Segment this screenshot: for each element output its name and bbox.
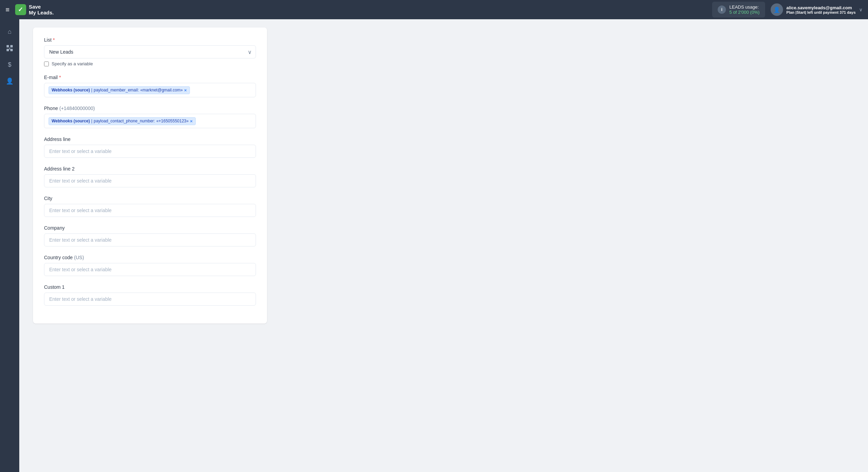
leads-usage-label: LEADS usage: [729, 4, 760, 10]
custom1-field-label: Custom 1 [44, 284, 256, 290]
svg-rect-0 [7, 45, 9, 47]
user-email: alice.savemyleads@gmail.com [786, 5, 856, 10]
hamburger-menu[interactable]: ≡ [6, 6, 10, 14]
country-code-input[interactable] [44, 263, 256, 276]
address-line-1-group: Address line [44, 136, 256, 158]
sidebar-item-home[interactable]: ⌂ [3, 25, 17, 39]
svg-rect-4 [7, 49, 9, 51]
phone-hint: (+14840000000) [59, 106, 95, 111]
leads-usage-widget: i LEADS usage: 5 of 2'000 (0%) [712, 2, 765, 18]
specify-variable-checkbox[interactable] [44, 62, 49, 66]
phone-token: Webhooks (source) | payload_contact_phon… [49, 117, 196, 125]
company-input[interactable] [44, 233, 256, 246]
country-code-hint: (US) [74, 255, 84, 260]
content-area: List * New Leads Existing Leads Hot Lead… [19, 19, 758, 472]
brand-logo: ✓ Save My Leads. [15, 4, 54, 15]
checkmark-icon: ✓ [18, 6, 23, 13]
email-token-field[interactable]: Webhooks (source) | payload_member_email… [44, 83, 256, 97]
specify-variable-row: Specify as a variable [44, 61, 256, 66]
right-panel [758, 19, 868, 472]
address-line-1-label: Address line [44, 136, 256, 142]
svg-rect-5 [10, 49, 13, 51]
user-menu[interactable]: 👤 alice.savemyleads@gmail.com Plan |Star… [771, 3, 862, 16]
phone-field-label: Phone (+14840000000) [44, 106, 256, 111]
main-layout: ⌂ $ 👤 List * [0, 19, 868, 472]
email-field-group: E-mail * Webhooks (source) | payload_mem… [44, 75, 256, 97]
sidebar-item-account[interactable]: 👤 [3, 74, 17, 88]
list-required-star: * [53, 37, 55, 43]
custom1-field-group: Custom 1 [44, 284, 256, 306]
info-icon: i [718, 6, 726, 14]
specify-variable-label[interactable]: Specify as a variable [52, 61, 93, 66]
navbar: ≡ ✓ Save My Leads. i LEADS usage: 5 of 2… [0, 0, 868, 19]
address-line-2-input[interactable] [44, 174, 256, 187]
email-field-label: E-mail * [44, 75, 256, 80]
phone-token-field[interactable]: Webhooks (source) | payload_contact_phon… [44, 114, 256, 128]
sidebar: ⌂ $ 👤 [0, 19, 19, 472]
sidebar-item-connections[interactable] [3, 41, 17, 55]
list-select-wrapper[interactable]: New Leads Existing Leads Hot Leads ∨ [44, 45, 256, 58]
email-required-star: * [59, 75, 61, 80]
company-field-label: Company [44, 225, 256, 231]
brand-name: Save My Leads. [29, 4, 54, 15]
email-token-close[interactable]: × [184, 88, 187, 93]
country-code-field-group: Country code (US) [44, 255, 256, 276]
form-container: List * New Leads Existing Leads Hot Lead… [33, 28, 267, 323]
brand-icon: ✓ [15, 4, 26, 15]
avatar: 👤 [771, 3, 783, 16]
chevron-down-icon[interactable]: ∨ [859, 7, 862, 12]
phone-token-close[interactable]: × [190, 119, 193, 124]
user-plan: Plan |Start| left until payment 371 days [786, 10, 856, 14]
company-field-group: Company [44, 225, 256, 246]
user-info: alice.savemyleads@gmail.com Plan |Start|… [786, 5, 856, 14]
address-line-2-label: Address line 2 [44, 166, 256, 172]
email-token: Webhooks (source) | payload_member_email… [49, 86, 190, 94]
list-field-label: List * [44, 37, 256, 43]
custom1-input[interactable] [44, 293, 256, 306]
leads-usage-count: 5 of 2'000 (0%) [729, 10, 760, 15]
sidebar-item-billing[interactable]: $ [3, 58, 17, 72]
list-select[interactable]: New Leads Existing Leads Hot Leads [44, 45, 256, 58]
phone-token-source: Webhooks (source) [52, 119, 90, 123]
city-field-group: City [44, 196, 256, 217]
list-field-group: List * New Leads Existing Leads Hot Lead… [44, 37, 256, 66]
city-field-label: City [44, 196, 256, 201]
svg-rect-3 [10, 47, 10, 49]
city-input[interactable] [44, 204, 256, 217]
svg-rect-1 [10, 45, 13, 47]
address-line-1-input[interactable] [44, 145, 256, 158]
phone-field-group: Phone (+14840000000) Webhooks (source) |… [44, 106, 256, 128]
address-line-2-group: Address line 2 [44, 166, 256, 187]
country-code-field-label: Country code (US) [44, 255, 256, 260]
email-token-source: Webhooks (source) [52, 88, 90, 92]
